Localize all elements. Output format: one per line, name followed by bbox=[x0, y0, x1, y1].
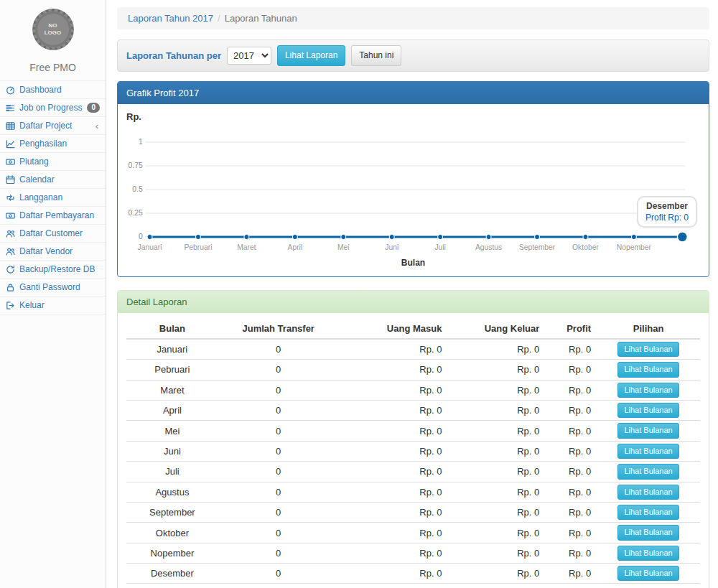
data-point-agustus[interactable] bbox=[486, 234, 491, 239]
sidebar-item-label: Piutang bbox=[19, 157, 100, 167]
total-label: Total bbox=[126, 584, 218, 588]
money-icon bbox=[6, 211, 15, 220]
view-monthly-button-juli[interactable]: Lihat Bulanan bbox=[617, 464, 679, 479]
cell-uang-masuk: Rp. 0 bbox=[339, 380, 448, 400]
data-point-april[interactable] bbox=[292, 234, 297, 239]
sidebar-item-daftar-pembayaran[interactable]: Daftar Pembayaran bbox=[0, 207, 106, 225]
cell-uang-keluar: Rp. 0 bbox=[447, 462, 545, 482]
sidebar-item-dashboard[interactable]: Dashboard bbox=[0, 81, 106, 99]
view-monthly-button-juni[interactable]: Lihat Bulanan bbox=[617, 444, 679, 459]
cell-transfer-count: 0 bbox=[218, 360, 339, 380]
total-uang-keluar: Rp. 0 bbox=[447, 584, 545, 588]
total-uang-masuk: Rp. 0 bbox=[339, 584, 448, 588]
cell-profit: Rp. 0 bbox=[545, 360, 597, 380]
cell-profit: Rp. 0 bbox=[545, 421, 597, 441]
sidebar-item-keluar[interactable]: Keluar bbox=[0, 297, 106, 314]
cell-uang-keluar: Rp. 0 bbox=[447, 421, 545, 441]
breadcrumb-current: Laporan Tahunan bbox=[225, 13, 297, 24]
chart-line-icon bbox=[6, 139, 15, 149]
detail-panel-title: Detail Laporan bbox=[118, 291, 709, 313]
cell-month: April bbox=[126, 400, 218, 420]
x-tick-label: April bbox=[288, 243, 303, 251]
sidebar-item-ganti-password[interactable]: Ganti Password bbox=[0, 279, 106, 297]
table-row-juli: Juli0Rp. 0Rp. 0Rp. 0Lihat Bulanan bbox=[126, 462, 700, 482]
cell-uang-masuk: Rp. 0 bbox=[339, 543, 448, 563]
cell-uang-masuk: Rp. 0 bbox=[339, 502, 448, 522]
content: Laporan Tahun 2017/Laporan Tahunan Lapor… bbox=[106, 0, 718, 588]
cell-action: Lihat Bulanan bbox=[597, 441, 700, 461]
cell-uang-keluar: Rp. 0 bbox=[447, 400, 545, 420]
sidebar-item-label: Job on Progress bbox=[19, 103, 83, 113]
table-row-maret: Maret0Rp. 0Rp. 0Rp. 0Lihat Bulanan bbox=[126, 380, 700, 400]
chart-body: Rp. 10.750.50.250JanuariPebruariMaretApr… bbox=[118, 104, 709, 276]
cell-month: September bbox=[126, 502, 218, 522]
cell-action: Lihat Bulanan bbox=[597, 360, 700, 380]
sidebar-item-backup-restore-db[interactable]: Backup/Restore DB bbox=[0, 261, 106, 279]
tooltip-value: Profit Rp: 0 bbox=[645, 213, 689, 223]
view-monthly-button-maret[interactable]: Lihat Bulanan bbox=[617, 383, 679, 398]
count-badge: 0 bbox=[87, 103, 100, 113]
chart-panel-title: Grafik Profit 2017 bbox=[118, 82, 709, 104]
data-point-nopember[interactable] bbox=[631, 234, 636, 239]
data-point-september[interactable] bbox=[534, 234, 539, 239]
data-point-juli[interactable] bbox=[438, 234, 443, 239]
sidebar-item-daftar-customer[interactable]: Daftar Customer bbox=[0, 225, 106, 243]
x-tick-label: Juni bbox=[385, 243, 398, 251]
sidebar-item-label: Daftar Customer bbox=[19, 228, 100, 238]
sidebar: NO LOGO Free PMO DashboardJob on Progres… bbox=[0, 0, 106, 588]
view-monthly-button-april[interactable]: Lihat Bulanan bbox=[617, 403, 679, 418]
breadcrumb-link-year[interactable]: Laporan Tahun 2017 bbox=[128, 13, 213, 24]
data-point-januari[interactable] bbox=[147, 234, 152, 239]
view-monthly-button-januari[interactable]: Lihat Bulanan bbox=[617, 342, 679, 357]
data-point-pebruari[interactable] bbox=[195, 234, 200, 239]
total-transfer-count: 0 bbox=[218, 584, 339, 588]
y-tick-label: 0.75 bbox=[129, 162, 143, 169]
sidebar-item-penghasilan[interactable]: Penghasilan bbox=[0, 135, 106, 153]
sidebar-item-piutang[interactable]: Piutang bbox=[0, 153, 106, 171]
view-report-button[interactable]: Lihat Laporan bbox=[277, 45, 345, 66]
data-point-mei[interactable] bbox=[341, 234, 346, 239]
cell-action: Lihat Bulanan bbox=[597, 502, 700, 522]
cell-uang-masuk: Rp. 0 bbox=[339, 523, 448, 543]
cell-transfer-count: 0 bbox=[218, 441, 339, 461]
sidebar-item-label: Daftar Project bbox=[19, 121, 91, 131]
profit-line-chart[interactable]: 10.750.50.250JanuariPebruariMaretAprilMe… bbox=[126, 123, 700, 256]
view-monthly-button-agustus[interactable]: Lihat Bulanan bbox=[617, 485, 679, 500]
lock-icon bbox=[6, 283, 15, 292]
view-monthly-button-pebruari[interactable]: Lihat Bulanan bbox=[617, 362, 679, 377]
sidebar-item-daftar-project[interactable]: Daftar Project‹ bbox=[0, 117, 106, 135]
data-point-oktober[interactable] bbox=[583, 234, 588, 239]
sidebar-item-job-on-progress[interactable]: Job on Progress0 bbox=[0, 99, 106, 117]
users-icon bbox=[6, 247, 15, 256]
this-year-button[interactable]: Tahun ini bbox=[351, 45, 401, 66]
cell-month: Juni bbox=[126, 441, 218, 461]
view-monthly-button-nopember[interactable]: Lihat Bulanan bbox=[617, 546, 679, 561]
view-monthly-button-september[interactable]: Lihat Bulanan bbox=[617, 505, 679, 520]
cell-uang-keluar: Rp. 0 bbox=[447, 564, 545, 584]
x-tick-label: Januari bbox=[138, 243, 162, 251]
view-monthly-button-oktober[interactable]: Lihat Bulanan bbox=[617, 525, 679, 540]
cell-month: Maret bbox=[126, 380, 218, 400]
cell-uang-masuk: Rp. 0 bbox=[339, 421, 448, 441]
view-monthly-button-mei[interactable]: Lihat Bulanan bbox=[617, 423, 679, 438]
data-point-desember[interactable] bbox=[677, 232, 687, 242]
table-row-mei: Mei0Rp. 0Rp. 0Rp. 0Lihat Bulanan bbox=[126, 421, 700, 441]
cell-profit: Rp. 0 bbox=[545, 400, 597, 420]
x-tick-label: Juli bbox=[434, 243, 446, 251]
sidebar-item-langganan[interactable]: Langganan bbox=[0, 189, 106, 207]
x-axis-label: Bulan bbox=[126, 256, 700, 271]
sidebar-item-calendar[interactable]: Calendar bbox=[0, 171, 106, 189]
profit-chart-panel: Grafik Profit 2017 Rp. 10.750.50.250Janu… bbox=[117, 81, 709, 277]
year-select[interactable]: 2017 bbox=[227, 47, 271, 65]
tasks-icon bbox=[6, 103, 15, 113]
sidebar-item-daftar-vendor[interactable]: Daftar Vendor bbox=[0, 243, 106, 261]
view-monthly-button-desember[interactable]: Lihat Bulanan bbox=[617, 566, 679, 581]
y-tick-label: 0.25 bbox=[129, 209, 143, 217]
data-point-juni[interactable] bbox=[389, 234, 394, 239]
data-point-maret[interactable] bbox=[244, 234, 249, 239]
filter-label: Laporan Tahunan per bbox=[126, 50, 221, 61]
cell-month: Oktober bbox=[126, 523, 218, 543]
no-logo-badge: NO LOGO bbox=[32, 9, 74, 50]
cell-transfer-count: 0 bbox=[218, 502, 339, 522]
table-row-desember: Desember0Rp. 0Rp. 0Rp. 0Lihat Bulanan bbox=[126, 564, 700, 584]
